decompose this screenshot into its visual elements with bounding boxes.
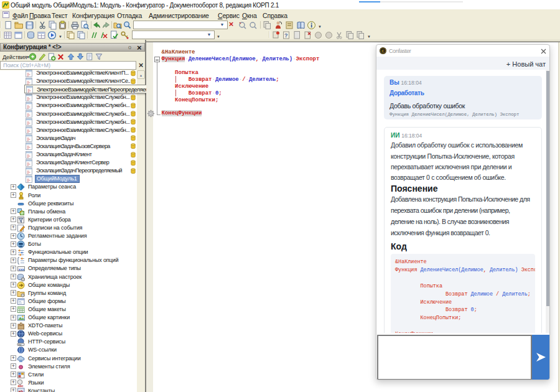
svg-text:?: ? — [284, 32, 288, 39]
svg-text:xxx: xxx — [19, 268, 25, 271]
svg-text:ab: ab — [19, 390, 24, 392]
svg-text:C: C — [381, 49, 385, 53]
